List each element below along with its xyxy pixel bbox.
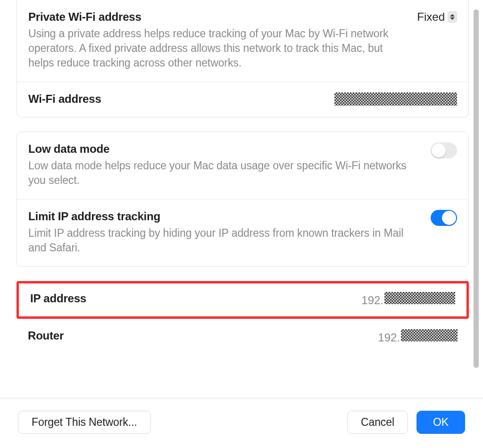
router-value: 192. [378,329,458,344]
toggle-knob [442,211,456,225]
cancel-button[interactable]: Cancel [347,411,408,434]
scrollbar-thumb[interactable] [474,9,479,368]
router-prefix: 192. [378,331,400,344]
limit-tracking-title: Limit IP address tracking [28,210,421,223]
private-wifi-title: Private Wi-Fi address [28,10,408,24]
router-title: Router [28,329,64,342]
ip-address-prefix: 192. [361,294,383,307]
router-row: Router 192. [17,321,469,354]
low-data-desc: Low data mode helps reduce your Mac data… [28,158,421,188]
ip-address-title: IP address [30,292,86,305]
private-wifi-value: Fixed [417,10,445,24]
wifi-address-row: Wi-Fi address [17,82,468,117]
wifi-address-value-redacted [334,92,457,106]
ip-address-redacted [384,292,455,304]
limit-tracking-row: Limit IP address tracking Limit IP addre… [17,199,468,266]
forget-network-button[interactable]: Forget This Network... [18,411,151,434]
private-wifi-desc: Using a private address helps reduce tra… [28,26,408,70]
chevron-up-down-icon [448,11,457,23]
limit-tracking-toggle[interactable] [431,210,457,226]
router-redacted [401,329,458,341]
low-data-row: Low data mode Low data mode helps reduce… [17,132,468,199]
private-wifi-selector[interactable]: Fixed [417,10,457,24]
toggle-knob [432,143,446,158]
wifi-privacy-section: Private Wi-Fi address Using a private ad… [17,0,469,117]
low-data-toggle[interactable] [431,142,457,158]
private-wifi-row: Private Wi-Fi address Using a private ad… [17,0,468,82]
ok-button[interactable]: OK [416,411,465,434]
ip-address-highlight: IP address 192. [17,281,469,319]
limit-tracking-desc: Limit IP address tracking by hiding your… [28,226,421,255]
ip-address-row: IP address 192. [19,283,466,316]
wifi-address-title: Wi-Fi address [28,92,101,106]
router-section: Router 192. [17,321,469,354]
footer: Forget This Network... Cancel OK [0,398,483,448]
low-data-title: Low data mode [28,142,421,156]
scrollbar-track[interactable] [473,0,480,377]
ip-address-value: 192. [361,292,455,307]
data-tracking-section: Low data mode Low data mode helps reduce… [17,132,469,267]
